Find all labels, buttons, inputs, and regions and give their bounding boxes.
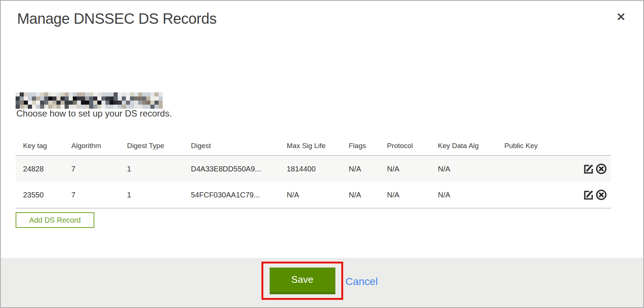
table-row: 23550 7 1 54FCF030AA1C79... N/A N/A N/A …: [16, 182, 611, 209]
header-public-key: Public Key: [497, 142, 567, 155]
add-ds-record-button[interactable]: Add DS Record: [16, 212, 94, 228]
header-flags: Flags: [341, 142, 380, 155]
cell-key-tag: 23550: [16, 191, 64, 199]
manage-dnssec-dialog: Manage DNSSEC DS Records ✕ Choose how to…: [0, 0, 644, 308]
cell-flags: N/A: [341, 191, 380, 199]
cell-digest: 54FCF030AA1C79...: [183, 191, 279, 199]
header-digest: Digest: [183, 142, 279, 155]
cell-max-sig-life: N/A: [279, 191, 341, 199]
table-row: 24828 7 1 D4A33E8DD550A9... 1814400 N/A …: [16, 156, 611, 182]
table-header-row: Key tag Algorithm Digest Type Digest Max…: [16, 137, 611, 156]
cell-algorithm: 7: [64, 191, 120, 199]
cell-flags: N/A: [341, 165, 380, 173]
dialog-footer: Save Cancel: [1, 258, 643, 307]
cell-digest-type: 1: [120, 191, 183, 199]
header-max-sig-life: Max Sig Life: [279, 142, 341, 155]
cell-key-tag: 24828: [16, 165, 64, 173]
cell-algorithm: 7: [64, 165, 120, 173]
close-icon[interactable]: ✕: [614, 10, 628, 24]
header-key-tag: Key tag: [16, 142, 64, 155]
ds-records-table: Key tag Algorithm Digest Type Digest Max…: [16, 137, 611, 209]
cell-protocol: N/A: [380, 165, 430, 173]
edit-icon[interactable]: [583, 189, 595, 201]
cancel-link[interactable]: Cancel: [345, 276, 378, 288]
header-key-data-alg: Key Data Alg: [430, 142, 497, 155]
redacted-domain-name: [16, 92, 163, 109]
header-protocol: Protocol: [380, 142, 430, 155]
header-digest-type: Digest Type: [120, 142, 183, 155]
cell-protocol: N/A: [380, 191, 430, 199]
cell-key-data-alg: N/A: [430, 165, 497, 173]
save-button[interactable]: Save: [270, 268, 335, 294]
setup-instruction-text: Choose how to set up your DS records.: [16, 108, 172, 119]
cell-digest-type: 1: [120, 165, 183, 173]
header-algorithm: Algorithm: [64, 142, 120, 155]
cell-max-sig-life: 1814400: [279, 165, 341, 173]
edit-icon[interactable]: [583, 163, 595, 175]
cell-key-data-alg: N/A: [430, 191, 497, 199]
cell-digest: D4A33E8DD550A9...: [183, 165, 279, 173]
circle-x-delete-icon[interactable]: [595, 163, 607, 175]
red-annotation-box: Save: [261, 262, 343, 300]
dialog-title: Manage DNSSEC DS Records: [17, 10, 217, 27]
circle-x-delete-icon[interactable]: [595, 189, 607, 201]
